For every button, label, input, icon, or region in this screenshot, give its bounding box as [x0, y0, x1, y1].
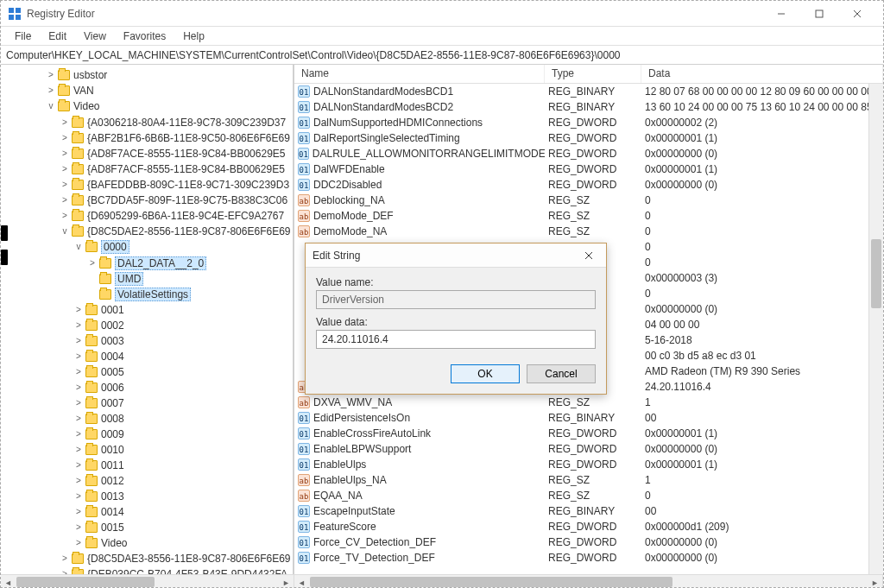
tree-pane[interactable]: >usbstor>VANvVideo>{A0306218-80A4-11E8-9… [1, 65, 294, 574]
value-row[interactable]: abDeblocking_NAREG_SZ0 [294, 193, 883, 208]
tree-toggle-icon[interactable]: > [73, 302, 84, 318]
close-button[interactable] [838, 2, 876, 26]
hscroll-right-arrow[interactable]: ► [868, 575, 882, 588]
menu-view[interactable]: View [77, 28, 113, 44]
value-row[interactable]: 01DalReportSingleSelectedTimingREG_DWORD… [294, 130, 883, 146]
tree-toggle-icon[interactable]: > [60, 130, 70, 146]
maximize-button[interactable] [800, 2, 838, 26]
tree-toggle-icon[interactable]: v [60, 224, 70, 239]
tree-toggle-icon[interactable]: > [60, 161, 70, 177]
column-type[interactable]: Type [545, 65, 641, 83]
value-row[interactable]: 01DDC2DisabledREG_DWORD0x00000000 (0) [294, 177, 883, 193]
tree-toggle-icon[interactable]: > [73, 535, 84, 551]
tree-item[interactable]: v0000>DAL2_DATA__2_0UMDVolatileSettings [73, 239, 293, 302]
value-row[interactable]: 01FeatureScoreREG_DWORD0x000000d1 (209) [294, 519, 883, 534]
tree-item[interactable]: >usbstor [46, 66, 293, 82]
value-row[interactable]: abEnableUlps_NAREG_SZ1 [294, 472, 883, 488]
tree-toggle-icon[interactable]: > [46, 83, 56, 98]
hscroll-left-arrow[interactable]: ◄ [294, 575, 309, 588]
tree-item[interactable]: >{ABF2B1F6-6B6B-11E8-9C50-806E6F6E69 [60, 130, 293, 145]
tree-item[interactable]: >0006 [73, 379, 293, 395]
tree-item[interactable]: UMD [87, 270, 293, 286]
menu-file[interactable]: File [8, 28, 38, 44]
tree-toggle-icon[interactable]: > [73, 489, 84, 504]
tree-item[interactable]: vVideo>{A0306218-80A4-11E8-9C78-309C239D… [46, 98, 293, 574]
tree-item[interactable]: >0015 [73, 519, 293, 534]
menu-help[interactable]: Help [176, 28, 212, 44]
hscroll-thumb-left[interactable] [16, 577, 155, 587]
tree-toggle-icon[interactable]: > [73, 504, 84, 520]
tree-item[interactable]: >{AD8F7ACF-8555-11E8-9C84-BB00629E5 [60, 161, 293, 176]
value-row[interactable]: abEQAA_NAREG_SZ0 [294, 488, 883, 503]
tree-item[interactable]: >VAN [46, 82, 293, 98]
value-row[interactable]: 01Force_CV_Detection_DEFREG_DWORD0x00000… [294, 534, 883, 550]
tree-item[interactable]: VolatileSettings [87, 286, 293, 301]
hscroll-right-arrow[interactable]: ► [279, 575, 294, 588]
address-bar[interactable]: Computer\HKEY_LOCAL_MACHINE\SYSTEM\Curre… [1, 46, 883, 65]
tree-item[interactable]: >0007 [73, 395, 293, 410]
hscroll-thumb-right[interactable] [310, 577, 672, 587]
tree-toggle-icon[interactable]: > [73, 458, 84, 473]
tree-item[interactable]: v{D8C5DAE2-8556-11E8-9C87-806E6F6E69v000… [60, 223, 293, 551]
tree-toggle-icon[interactable]: > [60, 208, 70, 224]
tree-item[interactable]: >Video [73, 534, 293, 550]
tree-toggle-icon[interactable]: > [73, 411, 84, 427]
menu-favorites[interactable]: Favorites [117, 28, 173, 44]
value-row[interactable]: 01DalWFDEnableREG_DWORD0x00000001 (1) [294, 161, 883, 177]
value-row[interactable]: abDemoMode_DEFREG_SZ0 [294, 208, 883, 224]
dialog-close-button[interactable] [578, 247, 599, 264]
tree-item[interactable]: >{D6905299-6B6A-11E8-9C4E-EFC9A2767 [60, 207, 293, 223]
tree-toggle-icon[interactable]: > [87, 256, 98, 271]
value-row[interactable]: abDXVA_WMV_NAREG_SZ1 [294, 395, 883, 410]
scrollbar-thumb[interactable] [871, 239, 881, 308]
tree-item[interactable]: >0002 [73, 317, 293, 332]
tree-toggle-icon[interactable]: v [46, 98, 56, 114]
tree-item[interactable]: >{A0306218-80A4-11E8-9C78-309C239D37 [60, 114, 293, 130]
vertical-scrollbar[interactable] [868, 84, 883, 574]
column-name[interactable]: Name [294, 65, 545, 83]
tree-toggle-icon[interactable]: > [60, 115, 70, 130]
tree-toggle-icon[interactable]: > [73, 520, 84, 535]
tree-item[interactable]: >0010 [73, 441, 293, 457]
tree-toggle-icon[interactable]: > [73, 380, 84, 395]
tree-toggle-icon[interactable]: > [73, 442, 84, 458]
tree-item[interactable]: >0012 [73, 472, 293, 488]
tree-item[interactable]: >0005 [73, 364, 293, 379]
tree-item[interactable]: >0003 [73, 332, 293, 348]
value-row[interactable]: 01EnableCrossFireAutoLinkREG_DWORD0x0000… [294, 426, 883, 441]
value-row[interactable]: 01DALNonStandardModesBCD1REG_BINARY12 80… [294, 84, 883, 99]
value-data-field[interactable] [316, 330, 596, 349]
tree-item[interactable]: >{D8C5DAE3-8556-11E8-9C87-806E6F6E69 [60, 550, 293, 566]
value-row[interactable]: 01EnableLBPWSupportREG_DWORD0x00000000 (… [294, 441, 883, 457]
value-row[interactable]: 01DalNumSupportedHDMIConnectionsREG_DWOR… [294, 115, 883, 130]
cancel-button[interactable]: Cancel [527, 364, 596, 383]
menu-edit[interactable]: Edit [41, 28, 73, 44]
tree-item[interactable]: >DAL2_DATA__2_0 [87, 255, 293, 270]
tree-item[interactable]: >0004 [73, 348, 293, 364]
value-row[interactable]: abDemoMode_NAREG_SZ0 [294, 224, 883, 239]
tree-toggle-icon[interactable]: > [73, 473, 84, 489]
tree-toggle-icon[interactable]: > [73, 427, 84, 442]
value-row[interactable]: 01EnableUlpsREG_DWORD0x00000001 (1) [294, 457, 883, 472]
value-row[interactable]: 01DALRULE_ALLOWMONITORRANGELIMITMODESCRT… [294, 146, 883, 161]
tree-toggle-icon[interactable]: > [60, 566, 70, 574]
tree-item[interactable]: >{AD8F7ACE-8555-11E8-9C84-BB00629E5 [60, 145, 293, 161]
tree-toggle-icon[interactable]: > [60, 146, 70, 161]
tree-toggle-icon[interactable]: > [73, 364, 84, 380]
hscroll-left-arrow[interactable]: ◄ [1, 575, 16, 588]
value-row[interactable]: 01EdidPersistenceIsOnREG_BINARY00 [294, 410, 883, 426]
tree-item[interactable]: >0009 [73, 426, 293, 441]
value-row[interactable]: 01DALNonStandardModesBCD2REG_BINARY13 60… [294, 99, 883, 115]
tree-item[interactable]: >0001 [73, 301, 293, 317]
tree-toggle-icon[interactable]: > [73, 333, 84, 349]
tree-item[interactable]: >0014 [73, 503, 293, 519]
ok-button[interactable]: OK [451, 364, 520, 383]
minimize-button[interactable] [762, 2, 800, 26]
tree-item[interactable]: >{BC7DDA5F-809F-11E8-9C75-B838C3C06 [60, 192, 293, 207]
column-data[interactable]: Data [641, 65, 883, 83]
tree-item[interactable]: >0008 [73, 410, 293, 426]
tree-item[interactable]: >{DEB039CC-B704-4F53-B43E-9DD4432FA [60, 566, 293, 574]
tree-item[interactable]: >{BAFEDDBB-809C-11E8-9C71-309C239D3 [60, 176, 293, 192]
value-row[interactable]: 01Force_TV_Detection_DEFREG_DWORD0x00000… [294, 550, 883, 566]
tree-toggle-icon[interactable]: v [73, 239, 84, 255]
